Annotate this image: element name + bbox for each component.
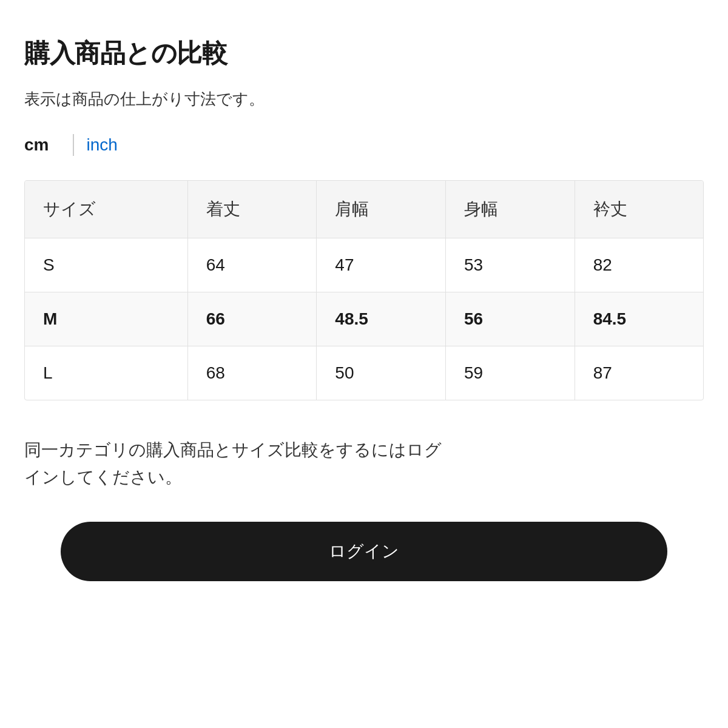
col-header-eridake: 衿丈 (575, 181, 703, 238)
page-title: 購入商品との比較 (24, 36, 704, 70)
table-row: S64475382 (25, 238, 703, 292)
mihaba-cell: 59 (446, 346, 575, 400)
eridake-cell: 87 (575, 346, 703, 400)
unit-cm-label[interactable]: cm (24, 135, 61, 155)
mihaba-cell: 56 (446, 292, 575, 346)
unit-inch-label[interactable]: inch (86, 135, 117, 155)
login-prompt-text: 同一カテゴリの購入商品とサイズ比較をするにはログインしてください。 (24, 437, 449, 491)
unit-divider (73, 134, 74, 156)
size-cell: L (25, 346, 187, 400)
eridake-cell: 84.5 (575, 292, 703, 346)
size-cell: S (25, 238, 187, 292)
mihaba-cell: 53 (446, 238, 575, 292)
col-header-mihaba: 身幅 (446, 181, 575, 238)
eridake-cell: 82 (575, 238, 703, 292)
katahaba-cell: 47 (317, 238, 446, 292)
subtitle-text: 表示は商品の仕上がり寸法です。 (24, 89, 704, 110)
table-row: M6648.55684.5 (25, 292, 703, 346)
table-row: L68505987 (25, 346, 703, 400)
col-header-size: サイズ (25, 181, 187, 238)
unit-selector: cm inch (24, 134, 704, 156)
col-header-katahaba: 肩幅 (317, 181, 446, 238)
kittake-cell: 68 (187, 346, 317, 400)
katahaba-cell: 50 (317, 346, 446, 400)
table-header-row: サイズ 着丈 肩幅 身幅 衿丈 (25, 181, 703, 238)
kittake-cell: 64 (187, 238, 317, 292)
size-table: サイズ 着丈 肩幅 身幅 衿丈 S64475382M6648.55684.5L6… (25, 181, 703, 400)
login-button[interactable]: ログイン (61, 522, 667, 581)
katahaba-cell: 48.5 (317, 292, 446, 346)
kittake-cell: 66 (187, 292, 317, 346)
size-table-wrapper: サイズ 着丈 肩幅 身幅 衿丈 S64475382M6648.55684.5L6… (24, 180, 704, 400)
size-cell: M (25, 292, 187, 346)
col-header-kittake: 着丈 (187, 181, 317, 238)
